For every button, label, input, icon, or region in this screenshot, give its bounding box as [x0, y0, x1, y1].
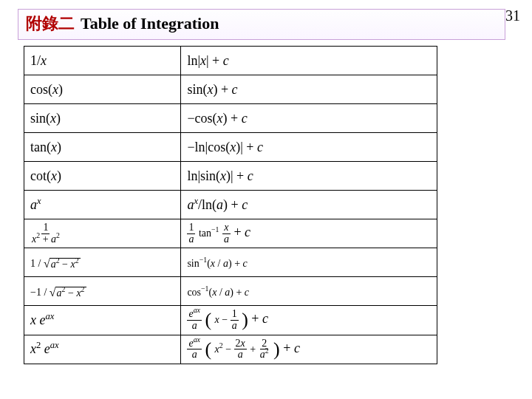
- integrand: −1 / a2 − x2: [24, 277, 181, 306]
- integral: sin(x) + c: [181, 75, 437, 104]
- integrand: sin(x): [24, 104, 181, 133]
- integral: cos−1(x / a) + c: [181, 277, 437, 306]
- table-row: 1x2 + a2 1a tan−1 xa + c: [24, 219, 437, 248]
- slide-title: 附錄二Table of Integration: [26, 14, 219, 33]
- integral: eaxa ( x − 1a ) + c: [181, 306, 437, 335]
- title-main: Table of Integration: [81, 14, 219, 33]
- integrand: 1 / a2 − x2: [24, 248, 181, 277]
- integral: sin−1(x / a) + c: [181, 248, 437, 277]
- page-number: 31: [505, 7, 520, 24]
- title-prefix: 附錄二: [26, 14, 75, 33]
- integral: ln|x| + c: [181, 47, 437, 75]
- integral: 1a tan−1 xa + c: [181, 219, 437, 248]
- integrand: 1/x: [24, 47, 181, 75]
- integrand: 1x2 + a2: [24, 219, 181, 248]
- table-row: cos(x) sin(x) + c: [24, 75, 437, 104]
- table-row: cot(x) ln|sin(x)| + c: [24, 162, 437, 191]
- integrand: x eax: [24, 306, 181, 335]
- integrand: cos(x): [24, 75, 181, 104]
- integration-table: 1/x ln|x| + c cos(x) sin(x) + c sin(x) −…: [24, 46, 437, 364]
- integral: −cos(x) + c: [181, 104, 437, 133]
- table-row: 1 / a2 − x2 sin−1(x / a) + c: [24, 248, 437, 277]
- table-row: tan(x) −ln|cos(x)| + c: [24, 133, 437, 162]
- table-row: x2 eax eaxa ( x2 − 2xa + 2a2 ) + c: [24, 335, 437, 364]
- integrand: x2 eax: [24, 335, 181, 364]
- integral: −ln|cos(x)| + c: [181, 133, 437, 162]
- table-row: sin(x) −cos(x) + c: [24, 104, 437, 133]
- integrand: tan(x): [24, 133, 181, 162]
- table-row: −1 / a2 − x2 cos−1(x / a) + c: [24, 277, 437, 306]
- integral: ax/ln(a) + c: [181, 191, 437, 219]
- title-box: 附錄二Table of Integration: [18, 9, 505, 40]
- table-row: ax ax/ln(a) + c: [24, 191, 437, 219]
- integrand: cot(x): [24, 162, 181, 191]
- integral: eaxa ( x2 − 2xa + 2a2 ) + c: [181, 335, 437, 364]
- slide: 31 附錄二Table of Integration 1/x ln|x| + c…: [0, 0, 532, 399]
- table-row: x eax eaxa ( x − 1a ) + c: [24, 306, 437, 335]
- integral: ln|sin(x)| + c: [181, 162, 437, 191]
- table-row: 1/x ln|x| + c: [24, 47, 437, 75]
- integrand: ax: [24, 191, 181, 219]
